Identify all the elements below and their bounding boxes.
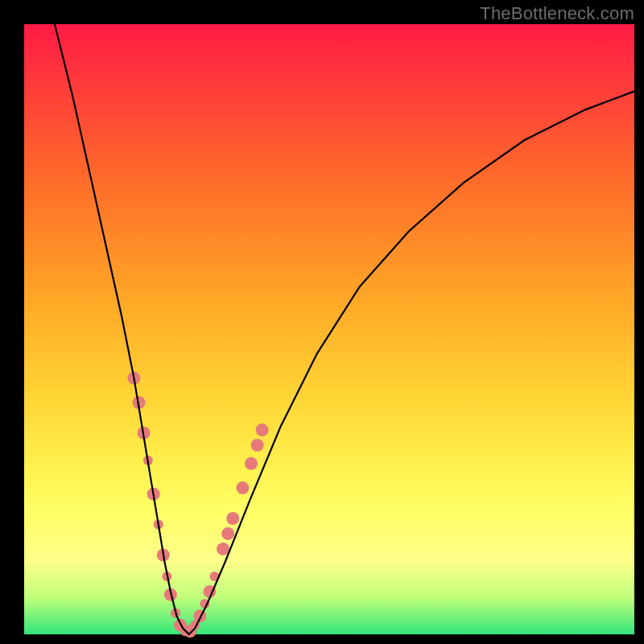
marker-dot xyxy=(226,512,239,525)
marker-dot xyxy=(236,481,249,494)
chart-svg xyxy=(24,24,634,634)
marker-dot xyxy=(221,527,234,540)
marker-dot xyxy=(251,439,264,452)
marker-dot xyxy=(245,457,258,470)
bottleneck-curve xyxy=(55,24,634,634)
marker-dot xyxy=(193,609,206,622)
chart-frame: TheBottleneck.com xyxy=(0,0,644,644)
watermark-text: TheBottleneck.com xyxy=(480,3,634,24)
marker-dot xyxy=(256,423,269,436)
marker-dot xyxy=(217,543,229,555)
plot-area xyxy=(24,24,634,634)
